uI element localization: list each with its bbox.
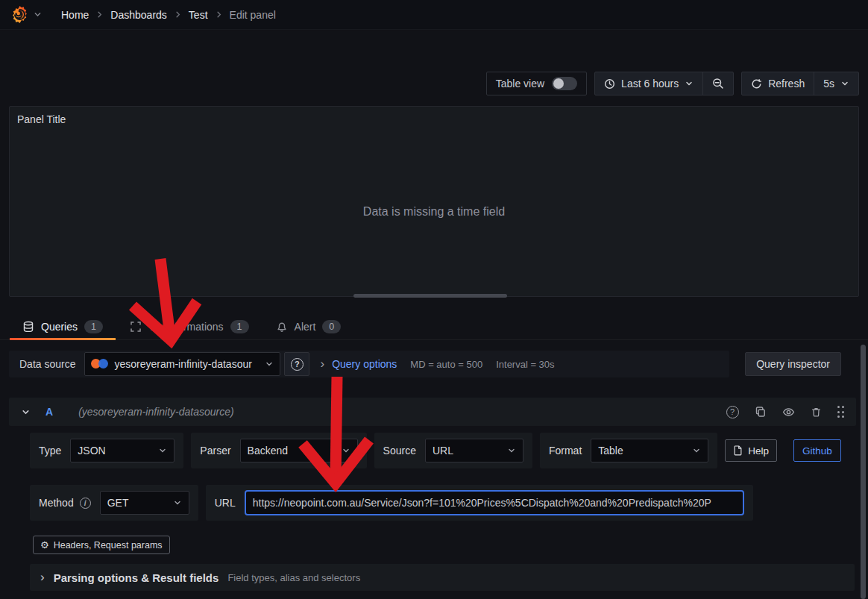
- chevron-right-icon: [215, 10, 223, 19]
- breadcrumb-dashboard-test[interactable]: Test: [189, 9, 208, 21]
- breadcrumb: Home Dashboards Test Edit panel: [61, 9, 276, 21]
- method-select[interactable]: GET: [100, 491, 189, 515]
- query-header[interactable]: A (yesoreyeram-infinity-datasource) ?: [9, 398, 856, 426]
- type-select[interactable]: JSON: [70, 439, 174, 462]
- chevron-down-icon: [685, 79, 694, 88]
- grafana-logo-icon: [10, 5, 29, 24]
- breadcrumb-home[interactable]: Home: [61, 9, 89, 21]
- github-button[interactable]: Github: [793, 439, 841, 462]
- vertical-scrollbar[interactable]: [861, 345, 866, 599]
- info-icon: i: [80, 498, 91, 509]
- interval-summary: Interval = 30s: [496, 359, 554, 370]
- chevron-right-icon: [95, 10, 104, 19]
- clock-icon: [604, 78, 615, 90]
- zoom-out-icon: [712, 78, 724, 90]
- query-actions: ?: [726, 406, 845, 418]
- panel-toolbar: Table view Last 6 hours: [486, 72, 859, 95]
- database-icon: [22, 321, 34, 333]
- parsing-options-section[interactable]: › Parsing options & Result fields Field …: [30, 564, 855, 591]
- infinity-datasource-icon: [91, 359, 108, 369]
- datasource-picker[interactable]: yesoreyeram-infinity-datasour: [84, 352, 280, 376]
- headers-request-params-button[interactable]: ⚙ Headers, Request params: [33, 536, 170, 554]
- url-field: URL: [206, 485, 753, 521]
- tab-count-badge: 0: [322, 320, 341, 333]
- request-row: Method i GET URL: [30, 485, 838, 521]
- max-data-points-summary: MD = auto = 500: [410, 359, 482, 370]
- parser-select[interactable]: Backend: [240, 439, 358, 462]
- tab-label: Alert: [295, 321, 316, 333]
- chevron-down-icon: [342, 446, 350, 455]
- refresh-interval-button[interactable]: 5s: [814, 72, 858, 95]
- panel-message: Data is missing a time field: [10, 205, 858, 219]
- chevron-down-icon: [840, 79, 849, 88]
- method-label: Method i: [39, 497, 91, 509]
- source-value: URL: [433, 445, 453, 457]
- url-input[interactable]: [245, 490, 744, 515]
- type-label: Type: [39, 445, 61, 457]
- question-circle-icon: ?: [291, 358, 304, 371]
- method-value: GET: [107, 497, 129, 509]
- refresh-label: Refresh: [768, 78, 805, 90]
- chevron-down-icon: [173, 498, 182, 507]
- source-select[interactable]: URL: [425, 439, 523, 462]
- datasource-value: yesoreyeram-infinity-datasour: [114, 358, 259, 370]
- type-field: Type JSON: [30, 433, 183, 468]
- parser-value: Backend: [248, 445, 288, 457]
- refresh-button[interactable]: Refresh: [742, 72, 814, 95]
- chevron-down-icon: [34, 10, 42, 19]
- help-button[interactable]: Help: [725, 439, 777, 462]
- refresh-controls: Refresh 5s: [741, 72, 859, 95]
- delete-query-icon[interactable]: [811, 407, 822, 418]
- tab-count-badge: 1: [84, 320, 103, 333]
- chevron-down-icon: [158, 446, 167, 455]
- format-label: Format: [549, 445, 582, 457]
- parser-field: Parser Backend: [191, 433, 366, 468]
- query-options-toggle[interactable]: Query options: [332, 358, 397, 370]
- gear-icon: ⚙: [40, 540, 49, 550]
- headers-row: ⚙ Headers, Request params: [33, 536, 856, 554]
- toggle-visibility-icon[interactable]: [782, 406, 795, 418]
- zoom-out-time-button[interactable]: [702, 72, 733, 95]
- method-field: Method i GET: [30, 485, 198, 521]
- tab-transformations[interactable]: Transformations 1: [116, 313, 262, 340]
- headers-button-label: Headers, Request params: [54, 540, 163, 551]
- chevron-right-icon: ›: [320, 357, 324, 371]
- panel-title: Panel Title: [17, 113, 66, 125]
- bell-icon: [276, 321, 288, 333]
- tab-count-badge: 1: [230, 320, 249, 333]
- time-range-label: Last 6 hours: [621, 78, 679, 90]
- chevron-down-icon: [265, 360, 274, 369]
- chevron-down-icon: [692, 446, 701, 455]
- panel-resize-handle[interactable]: [353, 294, 507, 298]
- chevron-right-icon: ›: [40, 570, 45, 585]
- breadcrumb-dashboards[interactable]: Dashboards: [110, 9, 167, 21]
- tab-queries[interactable]: Queries 1: [9, 313, 116, 340]
- tab-label: Transformations: [148, 321, 224, 333]
- breadcrumb-edit-panel: Edit panel: [230, 9, 276, 21]
- chevron-down-icon: [507, 446, 516, 455]
- query-datasource-note: (yesoreyeram-infinity-datasource): [78, 406, 234, 418]
- chevron-right-icon: [174, 10, 182, 19]
- time-controls: Last 6 hours: [594, 72, 734, 95]
- query-inspector-button[interactable]: Query inspector: [745, 352, 841, 376]
- query-toolbar: Data source yesoreyeram-infinity-datasou…: [9, 351, 729, 377]
- table-view-toggle[interactable]: [552, 77, 577, 90]
- toggle-knob: [553, 78, 564, 89]
- datasource-label: Data source: [19, 358, 75, 370]
- format-select[interactable]: Table: [591, 439, 708, 462]
- datasource-help-button[interactable]: ?: [284, 352, 309, 376]
- query-options-row: Type JSON Parser Backend Source URL: [30, 433, 838, 468]
- query-ref-id: A: [45, 406, 53, 418]
- parsing-options-subtitle: Field types, alias and selectors: [227, 572, 360, 583]
- grafana-edit-panel-screen: Home Dashboards Test Edit panel Table vi…: [0, 0, 868, 599]
- drag-handle-icon[interactable]: [837, 406, 845, 418]
- org-switcher[interactable]: [10, 5, 42, 24]
- time-range-button[interactable]: Last 6 hours: [595, 72, 702, 95]
- duplicate-query-icon[interactable]: [755, 406, 767, 418]
- type-value: JSON: [78, 445, 105, 457]
- collapse-chevron-icon[interactable]: [21, 407, 31, 417]
- source-label: Source: [383, 445, 416, 457]
- tab-alert[interactable]: Alert 0: [262, 313, 355, 340]
- document-icon: [733, 445, 743, 456]
- query-help-icon[interactable]: ?: [726, 406, 739, 418]
